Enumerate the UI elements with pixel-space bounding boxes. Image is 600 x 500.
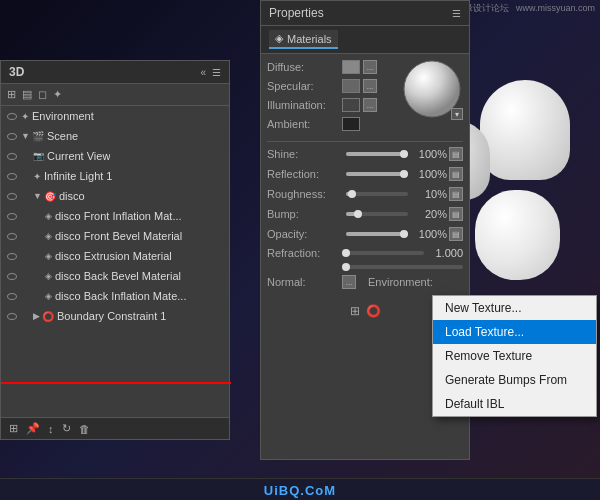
normal-texture-button[interactable]: ... <box>342 275 356 289</box>
3d-panel: 3D « ☰ ⊞ ▤ ◻ ✦ ✦ Environment ▼ 🎬 Scene <box>0 60 230 440</box>
bump-slider[interactable] <box>346 212 408 216</box>
visibility-toggle[interactable] <box>5 129 19 143</box>
rotate-icon[interactable]: ↻ <box>62 422 71 435</box>
light-icon[interactable]: ✦ <box>53 88 62 101</box>
bump-texture-button[interactable]: ▤ <box>449 207 463 221</box>
refraction-sub-slider <box>267 265 463 269</box>
expand-arrow[interactable]: ▼ <box>33 191 42 201</box>
illumination-label: Illumination: <box>267 99 342 111</box>
menu-item-new-texture[interactable]: New Texture... <box>433 296 596 320</box>
roughness-texture-button[interactable]: ▤ <box>449 187 463 201</box>
list-item[interactable]: ◈ disco Front Inflation Mat... <box>1 206 229 226</box>
tab-materials[interactable]: ◈ Materials <box>269 30 338 49</box>
constraint-icon: ⭕ <box>42 311 54 322</box>
normal-label: Normal: <box>267 276 342 288</box>
list-item[interactable]: ✦ Infinite Light 1 <box>1 166 229 186</box>
roughness-row: Roughness: 10% ▤ <box>267 187 463 201</box>
shine-slider[interactable] <box>346 152 408 156</box>
refraction-row: Refraction: 1.000 <box>267 247 463 259</box>
list-item[interactable]: ▼ 🎯 disco <box>1 186 229 206</box>
panel-menu-icon[interactable]: ☰ <box>212 67 221 78</box>
refraction-slider[interactable] <box>346 251 424 255</box>
menu-item-default-ibl[interactable]: Default IBL <box>433 392 596 416</box>
roughness-slider[interactable] <box>346 192 408 196</box>
material-icon: ◈ <box>45 211 52 221</box>
camera-icon[interactable]: ◻ <box>38 88 47 101</box>
refraction-thumb[interactable] <box>342 263 350 271</box>
delete-icon[interactable]: 🗑 <box>79 423 90 435</box>
expand-arrow[interactable]: ▶ <box>33 311 40 321</box>
visibility-toggle[interactable] <box>5 149 19 163</box>
visibility-toggle[interactable] <box>5 169 19 183</box>
pin-icon[interactable]: 📌 <box>26 422 40 435</box>
sphere-icon[interactable]: ⭕ <box>366 304 381 318</box>
ambient-color-box[interactable] <box>342 117 360 131</box>
panel-title: 3D <box>9 65 24 79</box>
visibility-toggle[interactable] <box>5 109 19 123</box>
grid-icon[interactable]: ⊞ <box>7 88 16 101</box>
diffuse-row: Diffuse: ... <box>267 60 397 74</box>
material-icon: ◈ <box>45 271 52 281</box>
layer-name: disco Back Inflation Mate... <box>55 290 186 302</box>
visibility-toggle[interactable] <box>5 269 19 283</box>
watermark: 思缘设计论坛 www.missyuan.com <box>455 2 595 15</box>
add-material-icon[interactable]: ⊞ <box>350 304 360 318</box>
properties-header: Properties ☰ <box>261 1 469 26</box>
visibility-toggle[interactable] <box>5 229 19 243</box>
properties-body: Diffuse: ... Specular: ... Illumination:… <box>261 54 469 300</box>
material-controls: Diffuse: ... Specular: ... Illumination:… <box>267 60 397 136</box>
uib-logo: UiBQ.CoM <box>264 483 336 498</box>
properties-menu-icon[interactable]: ☰ <box>452 8 461 19</box>
shine-texture-button[interactable]: ▤ <box>449 147 463 161</box>
ambient-label: Ambient: <box>267 118 342 130</box>
list-item[interactable]: ▶ ⭕ Boundary Constraint 1 <box>1 306 229 326</box>
opacity-texture-button[interactable]: ▤ <box>449 227 463 241</box>
move-icon[interactable]: ↕ <box>48 423 54 435</box>
list-item[interactable]: ◈ disco Front Bevel Material <box>1 226 229 246</box>
roughness-value: 10% <box>412 188 447 200</box>
shine-value: 100% <box>412 148 447 160</box>
shine-label: Shine: <box>267 148 342 160</box>
opacity-value: 100% <box>412 228 447 240</box>
material-tab-icon: ◈ <box>275 32 283 45</box>
list-item[interactable]: ✦ Environment <box>1 106 229 126</box>
visibility-toggle[interactable] <box>5 249 19 263</box>
menu-item-remove-texture[interactable]: Remove Texture <box>433 344 596 368</box>
collapse-button[interactable]: « <box>197 66 209 79</box>
opacity-row: Opacity: 100% ▤ <box>267 227 463 241</box>
list-item[interactable]: ◈ disco Back Bevel Material <box>1 266 229 286</box>
tab-label: Materials <box>287 33 332 45</box>
reflection-slider[interactable] <box>346 172 408 176</box>
divider-1 <box>267 141 463 142</box>
opacity-slider[interactable] <box>346 232 408 236</box>
expand-arrow[interactable]: ▼ <box>21 131 30 141</box>
reflection-texture-button[interactable]: ▤ <box>449 167 463 181</box>
specular-texture-button[interactable]: ... <box>363 79 377 93</box>
illumination-texture-button[interactable]: ... <box>363 98 377 112</box>
visibility-toggle[interactable] <box>5 209 19 223</box>
layer-type-icon: ✦ <box>21 111 29 122</box>
illumination-color-box[interactable] <box>342 98 360 112</box>
diffuse-texture-button[interactable]: ... <box>363 60 377 74</box>
visibility-toggle[interactable] <box>5 289 19 303</box>
grid-bottom-icon[interactable]: ⊞ <box>9 422 18 435</box>
preview-options-button[interactable]: ▾ <box>451 108 463 120</box>
menu-item-load-texture[interactable]: Load Texture... <box>433 320 596 344</box>
panel-header: 3D « ☰ <box>1 61 229 84</box>
panel-controls: « ☰ <box>197 66 221 79</box>
menu-item-generate-bumps[interactable]: Generate Bumps From <box>433 368 596 392</box>
red-indicator <box>1 382 231 384</box>
list-item[interactable]: ◈ disco Back Inflation Mate... <box>1 286 229 306</box>
layers-icon[interactable]: ▤ <box>22 88 32 101</box>
diffuse-color-box[interactable] <box>342 60 360 74</box>
bump-value: 20% <box>412 208 447 220</box>
visibility-toggle[interactable] <box>5 189 19 203</box>
specular-color-box[interactable] <box>342 79 360 93</box>
layer-name: Current View <box>47 150 110 162</box>
list-item[interactable]: ◈ disco Extrusion Material <box>1 246 229 266</box>
visibility-toggle[interactable] <box>5 309 19 323</box>
list-item[interactable]: ▼ 🎬 Scene <box>1 126 229 146</box>
material-icon: ◈ <box>45 251 52 261</box>
3d-shape-3 <box>475 190 560 280</box>
list-item[interactable]: 📷 Current View <box>1 146 229 166</box>
